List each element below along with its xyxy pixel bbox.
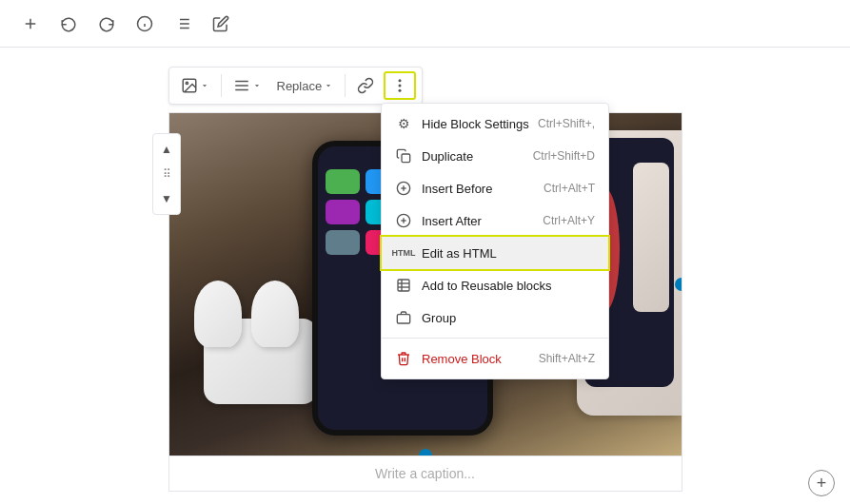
image-type-button[interactable] [175,73,215,98]
image-caption[interactable]: Write a caption... [169,456,682,491]
svg-point-17 [399,85,402,87]
html-icon: HTML [395,244,412,262]
svg-point-18 [399,89,402,92]
duplicate-icon [395,147,412,165]
menu-item-insert-after[interactable]: Insert After Ctrl+Alt+Y [382,204,608,237]
svg-rect-19 [402,154,410,163]
menu-divider [382,338,608,339]
menu-item-insert-before[interactable]: Insert Before Ctrl+Alt+T [382,172,608,204]
menu-item-edit-as-html[interactable]: HTML Edit as HTML [382,237,608,269]
menu-item-add-to-reusable[interactable]: Add to Reusable blocks [382,269,608,301]
menu-item-group[interactable]: Group [382,301,608,334]
trash-icon [395,350,412,367]
svg-rect-26 [398,280,409,291]
move-down-button[interactable]: ▼ [155,187,178,210]
toolbar-divider-2 [345,74,346,97]
reusable-icon [395,277,412,294]
insert-after-icon [395,212,412,229]
align-button[interactable] [227,73,267,98]
redo-button[interactable] [91,9,122,39]
edit-button[interactable] [206,9,236,39]
context-menu: ⚙ Hide Block Settings Ctrl+Shift+, Dupli… [381,103,609,379]
resize-handle-bottom[interactable] [419,449,432,456]
menu-item-remove-block[interactable]: Remove Block Shift+Alt+Z [382,342,608,375]
main-area: Replace [0,48,850,504]
svg-point-12 [186,82,188,84]
menu-item-hide-block-settings[interactable]: ⚙ Hide Block Settings Ctrl+Shift+, [382,107,608,140]
menu-item-duplicate[interactable]: Duplicate Ctrl+Shift+D [382,140,608,172]
svg-rect-30 [397,315,409,323]
top-toolbar [0,0,850,48]
add-block-button[interactable] [15,9,46,39]
replace-button[interactable]: Replace [271,75,340,97]
info-button[interactable] [129,9,160,39]
block-toolbar: Replace [168,67,424,105]
insert-before-icon [395,180,412,197]
group-icon [395,309,412,326]
more-options-button[interactable] [384,71,416,100]
move-up-button[interactable]: ▲ [155,138,178,161]
link-button[interactable] [351,73,380,98]
left-block-nav: ▲ ⠿ ▼ [152,133,181,215]
add-block-bottom-button[interactable]: + [808,470,835,496]
list-view-button[interactable] [168,9,198,39]
toolbar-divider-1 [221,74,222,97]
gear-icon: ⚙ [395,115,412,132]
resize-handle-right[interactable] [675,278,682,291]
drag-handle-button[interactable]: ⠿ [155,163,178,185]
undo-button[interactable] [53,9,84,39]
svg-point-16 [399,79,402,82]
